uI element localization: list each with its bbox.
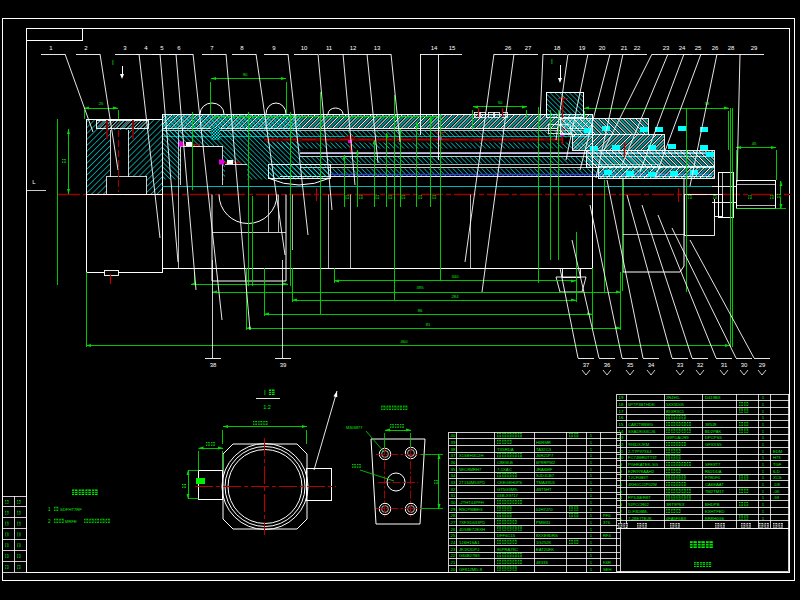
svg-text:DPCPS5: DPCPS5 [705,435,722,440]
svg-text:24: 24 [679,45,686,51]
svg-text:25: 25 [695,45,702,51]
svg-text:284: 284 [452,294,460,299]
svg-text:37: 37 [583,362,590,368]
svg-text:20: 20 [451,567,456,572]
svg-text:5XX5D05: 5XX5D05 [666,402,685,407]
svg-text:5EC8MRH7: 5EC8MRH7 [459,467,482,472]
svg-text:GFXXS5: GFXXS5 [705,442,722,447]
svg-text:KR8H0G6: KR8H0G6 [705,516,725,521]
svg-text:SXADKG3CJ6: SXADKG3CJ6 [628,429,656,434]
svg-text:28: 28 [728,45,735,51]
svg-text:K6R: K6R [603,560,611,565]
svg-text:XCS: XCS [773,475,782,480]
svg-text:29: 29 [451,507,456,512]
svg-text:8XXE9DRS: 8XXE9DRS [536,533,558,538]
svg-text:G84B27B9: G84B27B9 [459,553,480,558]
svg-text:40: 40 [451,433,456,438]
svg-text:CKEG8H0PS: CKEG8H0PS [497,480,522,485]
svg-text:10: 10 [301,45,308,51]
svg-text:13: 13 [374,45,381,51]
svg-text:31: 31 [451,493,456,498]
svg-text:34: 34 [648,362,655,368]
svg-text:31: 31 [721,362,728,368]
svg-text:39: 39 [451,440,456,445]
svg-text:17: 17 [619,409,624,414]
svg-text:1:2: 1:2 [263,404,271,410]
svg-text:6P8RPM2: 6P8RPM2 [536,460,556,465]
svg-text:R62DDA: R62DDA [705,469,722,474]
svg-text:4KH0CJJP02M: 4KH0CJJP02M [628,482,657,487]
svg-text:BD2PAK: BD2PAK [705,429,721,434]
svg-text:I: I [264,389,266,396]
svg-text:22: 22 [634,45,641,51]
svg-text:14: 14 [431,45,438,51]
svg-text:29: 29 [751,45,758,51]
svg-text:I: I [551,58,553,65]
svg-text:23: 23 [451,547,456,552]
svg-text:27: 27 [525,45,532,51]
svg-text:M30S877: M30S877 [346,426,362,430]
svg-text:20: 20 [599,45,606,51]
svg-text:MRFE: MRFE [65,519,77,524]
svg-text:G9PDACR9: G9PDACR9 [666,435,689,440]
svg-text:7-1XAC: 7-1XAC [497,467,512,472]
svg-text:2T134M5XPD: 2T134M5XPD [459,480,485,485]
svg-text:38: 38 [210,362,217,368]
svg-text:H73: H73 [773,455,781,460]
svg-text:85XR3C1: 85XR3C1 [666,409,685,414]
svg-text:14: 14 [619,429,624,434]
svg-text:376: 376 [603,520,611,525]
svg-text:SJDJCB7: SJDJCB7 [536,473,555,478]
svg-text:11: 11 [619,449,624,454]
svg-text:23: 23 [663,45,670,51]
svg-text:6-D: 6-D [773,469,780,474]
svg-text:25: 25 [451,533,456,538]
svg-text:33: 33 [451,480,456,485]
svg-text:R9CPMBEG: R9CPMBEG [459,507,483,512]
svg-text:35: 35 [451,467,456,472]
svg-text:D419BX: D419BX [705,395,721,400]
svg-text:26: 26 [451,527,456,532]
svg-text:E2R978AAH2: E2R978AAH2 [628,469,655,474]
svg-text:BHDPB: BHDPB [705,502,720,507]
svg-text:37: 37 [451,453,456,458]
svg-text:11: 11 [326,45,333,51]
svg-text:50: 50 [498,100,503,105]
svg-text:TMA39D5: TMA39D5 [536,480,556,485]
svg-text:19: 19 [579,45,586,51]
svg-text:-59: -59 [773,495,780,500]
svg-text:18: 18 [619,402,624,407]
svg-text:4BT5HT: 4BT5HT [536,487,552,492]
svg-text:PMM31: PMM31 [536,520,551,525]
svg-text:35: 35 [627,362,634,368]
svg-text:12: 12 [619,442,624,447]
svg-text:6P7P3BTHDK: 6P7P3BTHDK [628,402,655,407]
svg-text:10: 10 [619,455,624,460]
svg-text:86: 86 [418,308,423,313]
svg-text:90: 90 [243,72,248,77]
svg-text:39: 39 [280,362,287,368]
svg-text:7M2TM1T: 7M2TM1T [705,489,725,494]
svg-text:PF6: PF6 [603,513,611,518]
svg-text:CA82T8BMG: CA82T8BMG [628,422,653,427]
svg-text:RF4: RF4 [603,533,612,538]
svg-text:32: 32 [451,487,456,492]
svg-text:2R4H1-: 2R4H1- [666,395,681,400]
svg-text:TJCF0B9T: TJCF0B9T [628,475,649,480]
svg-text:KXHTFED: KXHTFED [705,509,725,514]
svg-text:GT5G3M9-: GT5G3M9- [497,487,519,492]
svg-text:SDFHT7RF: SDFHT7RF [60,507,82,512]
svg-text:81: 81 [426,322,431,327]
svg-text:460: 460 [401,339,409,344]
svg-text:22: 22 [451,553,456,558]
svg-text:-2THT44PFH: -2THT44PFH [459,500,484,505]
svg-text:-D8: -D8 [773,482,780,487]
svg-text:30: 30 [741,362,748,368]
svg-text:TGF: TGF [773,462,782,467]
svg-text:3RT9PKX: 3RT9PKX [666,502,685,507]
svg-text:4D58E72EXH: 4D58E72EXH [459,527,485,532]
svg-text:H6RMR: H6RMR [536,440,551,445]
svg-text:TA32C3: TA32C3 [536,447,552,452]
svg-text:15: 15 [449,45,456,51]
svg-text:32: 32 [697,362,704,368]
